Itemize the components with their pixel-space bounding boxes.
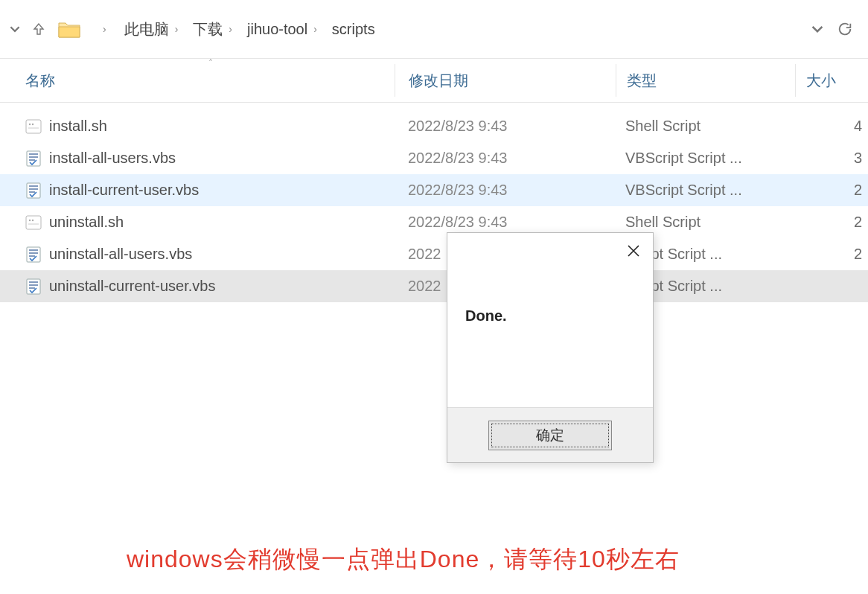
file-type: VBScript Script ... <box>615 150 794 167</box>
svg-point-6 <box>29 219 31 220</box>
file-size: 2 <box>794 246 868 263</box>
breadcrumb-label: 此电脑 <box>124 19 169 39</box>
svg-point-1 <box>29 123 31 124</box>
file-icon <box>25 150 42 167</box>
column-header-date[interactable]: 修改日期 <box>395 71 616 91</box>
column-headers: ˄ 名称 修改日期 类型 大小 <box>0 58 868 103</box>
message-dialog: Done. 确定 <box>447 232 654 463</box>
file-type: Shell Script <box>615 118 794 135</box>
address-dropdown-icon[interactable] <box>811 23 823 35</box>
file-date: 2022/8/23 9:43 <box>395 150 615 167</box>
file-name: install.sh <box>49 118 107 135</box>
column-header-size[interactable]: 大小 <box>796 71 868 91</box>
file-date: 2022/8/23 9:43 <box>395 214 615 231</box>
file-icon <box>25 214 42 231</box>
breadcrumb: 此电脑› 下载› jihuo-tool› scripts <box>120 11 808 47</box>
file-list: install.sh2022/8/23 9:43Shell Script4ins… <box>0 110 868 302</box>
column-header-type[interactable]: 类型 <box>616 71 795 91</box>
file-row[interactable]: install.sh2022/8/23 9:43Shell Script4 <box>0 110 868 142</box>
refresh-icon[interactable] <box>837 21 853 37</box>
file-icon <box>25 278 42 295</box>
svg-rect-0 <box>26 120 41 133</box>
file-size: 4 <box>794 118 868 135</box>
breadcrumb-item[interactable]: 下载› <box>188 19 243 39</box>
column-header-name[interactable]: 名称 <box>0 71 395 91</box>
file-name: uninstall-current-user.vbs <box>49 278 215 295</box>
file-name: install-current-user.vbs <box>49 182 199 199</box>
breadcrumb-label: scripts <box>332 21 375 38</box>
file-date: 2022/8/23 9:43 <box>395 118 615 135</box>
file-name: uninstall-all-users.vbs <box>49 246 192 263</box>
file-name: install-all-users.vbs <box>49 150 176 167</box>
file-type: Shell Script <box>615 214 794 231</box>
file-row[interactable]: uninstall.sh2022/8/23 9:43Shell Script2 <box>0 206 868 238</box>
ok-button[interactable]: 确定 <box>488 421 612 450</box>
breadcrumb-item[interactable]: jihuo-tool› <box>243 21 328 38</box>
file-row[interactable]: install-all-users.vbs2022/8/23 9:43VBScr… <box>0 142 868 174</box>
svg-point-7 <box>32 219 33 220</box>
file-size: 2 <box>794 182 868 199</box>
file-row[interactable]: install-current-user.vbs2022/8/23 9:43VB… <box>0 174 868 206</box>
file-row[interactable]: uninstall-all-users.vbs2022Script Script… <box>0 238 868 270</box>
breadcrumb-item[interactable]: scripts <box>328 21 380 38</box>
file-icon <box>25 118 42 135</box>
file-size: 2 <box>794 214 868 231</box>
sort-indicator-icon: ˄ <box>208 58 213 68</box>
up-button[interactable] <box>28 19 49 39</box>
file-icon <box>25 246 42 263</box>
file-name: uninstall.sh <box>49 214 124 231</box>
file-date: 2022/8/23 9:43 <box>395 182 615 199</box>
breadcrumb-item[interactable]: 此电脑› <box>120 19 189 39</box>
file-row[interactable]: uninstall-current-user.vbs2022Script Scr… <box>0 270 868 302</box>
breadcrumb-sep[interactable]: › <box>92 23 117 35</box>
breadcrumb-label: 下载 <box>193 19 223 39</box>
svg-rect-5 <box>26 216 41 229</box>
breadcrumb-label: jihuo-tool <box>247 21 307 38</box>
file-type: VBScript Script ... <box>615 182 794 199</box>
file-size: 3 <box>794 150 868 167</box>
address-bar: › 此电脑› 下载› jihuo-tool› scripts <box>0 0 868 58</box>
annotation-text: windows会稍微慢一点弹出Done，请等待10秒左右 <box>127 543 680 576</box>
file-icon <box>25 182 42 199</box>
history-dropdown-icon[interactable] <box>4 19 25 39</box>
dialog-titlebar <box>447 233 653 269</box>
svg-point-2 <box>32 123 33 124</box>
folder-icon <box>57 16 82 42</box>
dialog-message: Done. <box>447 269 653 407</box>
close-icon[interactable] <box>626 243 641 258</box>
